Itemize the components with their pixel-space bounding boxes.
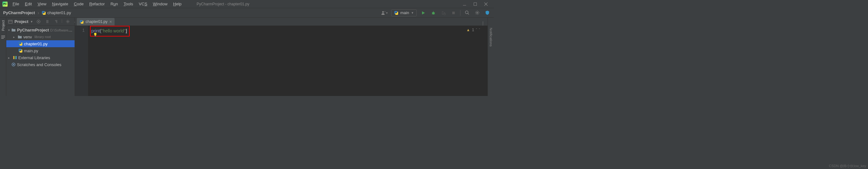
line-gutter: 1 xyxy=(75,26,88,96)
coverage-button[interactable] xyxy=(440,9,447,16)
left-tool-rail: Project xyxy=(0,18,6,96)
window-controls xyxy=(462,2,493,6)
sidebar-header: Project ▼ | — xyxy=(6,18,74,26)
menu-edit[interactable]: Edit xyxy=(22,1,34,7)
svg-rect-27 xyxy=(16,56,17,59)
svg-rect-19 xyxy=(1,38,4,39)
main-menu: File Edit View Navigate Code Refactor Ru… xyxy=(10,1,184,7)
stop-button[interactable] xyxy=(450,9,457,16)
code-content[interactable]: print("hello world") 💡 xyxy=(88,26,488,96)
breadcrumb[interactable]: PyCharmProject › chapter01.py xyxy=(3,10,71,16)
chevron-down-icon[interactable]: ▼ xyxy=(30,20,33,23)
warning-count: 1 xyxy=(472,28,474,32)
tree-scratches[interactable]: Scratches and Consoles xyxy=(6,61,74,68)
menu-help[interactable]: Help xyxy=(170,1,184,7)
tabs-more-icon[interactable]: ⋮ xyxy=(478,21,488,26)
python-file-icon xyxy=(18,41,23,46)
collapse-arrow-icon[interactable]: ▾ xyxy=(8,28,10,32)
venv-note: library root xyxy=(34,35,51,39)
sidebar-title: Project xyxy=(14,19,28,24)
menu-window[interactable]: Window xyxy=(150,1,170,7)
code-line[interactable]: print("hello world") xyxy=(91,28,484,34)
nav-right: +▾ main ▼ xyxy=(381,9,491,16)
close-button[interactable] xyxy=(484,2,488,6)
navbar: PyCharmProject › chapter01.py +▾ main ▼ xyxy=(0,8,494,18)
tree-file-main[interactable]: main.py xyxy=(6,47,74,54)
svg-point-6 xyxy=(432,12,435,14)
breadcrumb-sep: › xyxy=(37,10,39,16)
project-tree: ▾ PyCharmProjectD:\Software\PyCharm\PyCh… xyxy=(6,26,74,69)
add-user-icon[interactable]: +▾ xyxy=(381,9,388,16)
breadcrumb-file[interactable]: chapter01.py xyxy=(47,10,71,15)
project-sidebar: Project ▼ | — ▾ PyCharmProjectD:\Softwar… xyxy=(6,18,75,96)
menu-view[interactable]: View xyxy=(35,1,49,7)
debug-button[interactable] xyxy=(430,9,437,16)
run-config-selector[interactable]: main ▼ xyxy=(391,9,417,16)
menu-file[interactable]: File xyxy=(10,1,22,7)
minimize-button[interactable] xyxy=(462,2,467,6)
target-icon[interactable] xyxy=(35,18,42,25)
structure-icon[interactable] xyxy=(1,35,5,39)
shield-icon[interactable] xyxy=(484,9,491,16)
notifications-tool-button[interactable]: Notifications xyxy=(489,26,493,48)
menu-code[interactable]: Code xyxy=(71,1,86,7)
run-button[interactable] xyxy=(420,9,427,16)
libraries-icon xyxy=(12,56,17,60)
line-number: 1 xyxy=(75,28,85,33)
svg-rect-1 xyxy=(474,2,477,5)
menu-refactor[interactable]: Refactor xyxy=(87,1,107,7)
project-tool-button[interactable]: Project xyxy=(1,19,5,32)
svg-rect-25 xyxy=(13,56,14,59)
tree-external-libs[interactable]: ▸ External Libraries xyxy=(6,54,74,61)
menu-navigate[interactable]: Navigate xyxy=(50,1,70,7)
project-view-icon xyxy=(8,20,12,24)
chevron-down-icon[interactable]: ˇ xyxy=(479,28,480,32)
expand-arrow-icon[interactable]: ▸ xyxy=(8,56,11,60)
collapse-icon[interactable] xyxy=(53,18,60,25)
text-cursor xyxy=(126,29,127,34)
svg-point-24 xyxy=(67,21,68,22)
app-icon: PC xyxy=(2,2,7,7)
code-string: "hello world" xyxy=(101,28,126,33)
svg-line-11 xyxy=(434,14,435,14)
svg-point-12 xyxy=(444,13,446,15)
external-label: External Libraries xyxy=(18,56,50,60)
python-file-icon xyxy=(79,20,84,24)
gear-icon[interactable] xyxy=(64,18,71,25)
python-file-icon xyxy=(41,11,46,15)
expand-icon[interactable] xyxy=(44,18,51,25)
tree-file-chapter01[interactable]: chapter01.py xyxy=(6,40,74,47)
titlebar: PC File Edit View Navigate Code Refactor… xyxy=(0,0,494,8)
svg-point-16 xyxy=(476,12,478,13)
editor-area: chapter01.py ✕ ⋮ 1 print("hello world") … xyxy=(75,18,488,96)
code-editor[interactable]: 1 print("hello world") 💡 ▲ 1 ˆ ˇ xyxy=(75,26,488,96)
svg-rect-17 xyxy=(1,36,5,36)
tab-chapter01[interactable]: chapter01.py ✕ xyxy=(77,18,115,26)
svg-point-14 xyxy=(465,11,468,14)
tab-close-icon[interactable]: ✕ xyxy=(109,20,112,24)
tree-project-root[interactable]: ▾ PyCharmProjectD:\Software\PyCharm\PyCh… xyxy=(6,27,74,33)
inspection-widget[interactable]: ▲ 1 ˆ ˇ xyxy=(466,28,480,32)
menu-vcs[interactable]: VCS xyxy=(136,1,150,7)
menu-run[interactable]: Run xyxy=(108,1,121,7)
search-icon[interactable] xyxy=(464,9,470,16)
svg-point-23 xyxy=(38,21,39,22)
maximize-button[interactable] xyxy=(473,2,477,6)
folder-icon xyxy=(18,35,22,39)
lightbulb-icon[interactable]: 💡 xyxy=(93,33,98,37)
menu-tools[interactable]: Tools xyxy=(121,1,136,7)
svg-rect-18 xyxy=(1,37,5,37)
tab-label: chapter01.py xyxy=(86,20,107,24)
tree-venv[interactable]: ▸ venv library root xyxy=(6,33,74,40)
project-path: D:\Software\PyCharm\PyCharmPro xyxy=(50,28,73,32)
breadcrumb-root[interactable]: PyCharmProject xyxy=(3,10,35,15)
svg-point-29 xyxy=(13,64,14,65)
svg-point-4 xyxy=(382,11,384,12)
divider: | xyxy=(61,18,62,25)
venv-label: venv xyxy=(23,35,32,39)
svg-rect-26 xyxy=(14,56,16,59)
svg-line-15 xyxy=(468,13,469,15)
chevron-up-icon[interactable]: ˆ xyxy=(476,28,477,32)
expand-arrow-icon[interactable]: ▸ xyxy=(13,35,17,39)
settings-icon[interactable] xyxy=(474,9,480,16)
